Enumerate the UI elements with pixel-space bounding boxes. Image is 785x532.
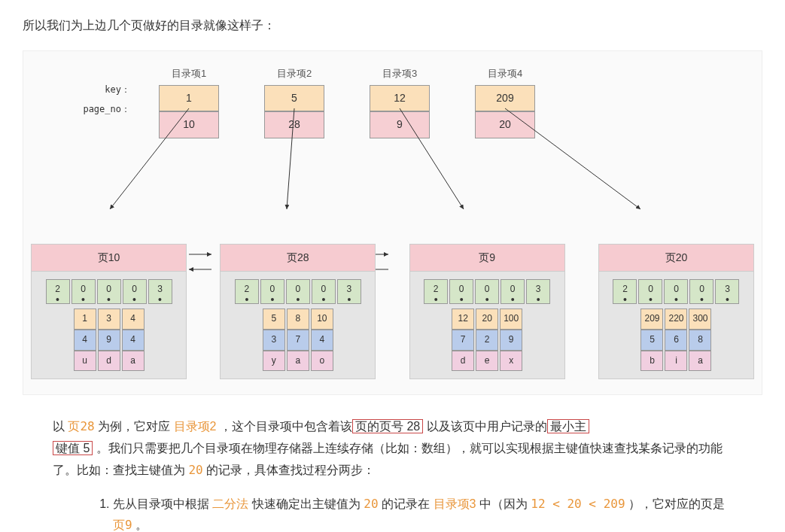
record-cell: 5 [640,330,663,351]
pages-row: 页102•0•0•0•3•14u39d44a页282•0•0•0•3•53y87… [31,244,754,380]
explanation: 以 页28 为例，它对应 目录项2 ，这个目录项中包含着该页的页号 28 以及该… [23,416,762,532]
directory-item-1: 目录项1 1 10 [159,65,219,138]
record-table: 14u39d44a [32,309,186,371]
dot-icon: • [47,297,69,302]
label-key: key： [73,80,130,99]
record-table: 127d202e1009x [410,309,564,371]
dot-icon: • [450,297,473,302]
slot-cell: 3• [148,279,172,305]
record-col: 3008a [689,309,711,371]
boxed-minkey-b: 键值 5 [53,441,93,455]
record-cell: 4 [122,309,145,330]
slot-cell: 0• [123,279,147,305]
record-cell: 5 [263,309,285,330]
directory-item-title: 目录项1 [159,65,219,82]
record-cell: 3 [98,309,120,330]
record-col: 87a [287,309,309,371]
directory-item-page: 28 [264,111,324,138]
record-col: 104o [311,309,333,371]
dot-icon: • [639,297,662,302]
hl-expr: 12 < 20 < 209 [531,497,625,511]
record-cell: b [640,351,663,372]
slot-row: 2•0•0•0•3• [221,272,375,309]
dot-icon: • [716,297,738,302]
dot-icon: • [236,297,258,302]
record-cell: 6 [665,330,687,351]
record-cell: 20 [476,309,498,330]
dot-icon: • [690,297,713,302]
data-page: 页102•0•0•0•3•14u39d44a [31,244,187,380]
record-col: 53y [263,309,285,371]
record-table: 53y87a104o [221,309,375,371]
page-title: 页10 [32,245,186,272]
slot-cell: 2• [46,279,70,305]
slot-cell: 0• [638,279,662,305]
slot-cell: 0• [260,279,284,305]
dot-icon: • [476,297,498,302]
slot-cell: 3• [337,279,361,305]
record-col: 44a [122,309,145,371]
step-1: 先从目录项中根据 二分法 快速确定出主键值为 20 的记录在 目录项3 中（因为… [113,494,732,532]
directory-item-key: 5 [264,85,324,111]
directory-item-title: 目录项3 [370,65,430,82]
directory-item-4: 目录项4 209 20 [475,65,535,138]
hl-20: 20 [188,463,202,477]
slot-cell: 2• [235,279,259,305]
hl-idx3: 目录项3 [434,497,476,510]
record-cell: 4 [74,330,96,351]
record-cell: 12 [452,309,474,330]
slot-cell: 0• [475,279,499,305]
directory-row: key： page_no： 目录项1 1 10 目录项2 5 28 目录项3 1… [136,65,754,138]
para-1: 以 页28 为例，它对应 目录项2 ，这个目录项中包含着该页的页号 28 以及该… [53,416,732,481]
page-title: 页9 [410,245,564,272]
slot-row: 2•0•0•0•3• [410,272,564,309]
record-col: 202e [476,309,498,371]
slot-row: 2•0•0•0•3• [599,272,753,309]
record-cell: x [500,351,522,372]
record-col: 14u [74,309,96,371]
directory-item-page: 20 [475,111,535,138]
record-cell: i [665,351,687,372]
record-col: 1009x [500,309,522,371]
record-cell: a [689,351,711,372]
slot-cell: 0• [664,279,688,305]
record-col: 2095b [640,309,663,371]
slot-cell: 2• [424,279,448,305]
directory-item-key: 209 [475,85,535,111]
record-cell: 7 [287,330,309,351]
slot-cell: 2• [613,279,637,305]
directory-item-key: 12 [370,85,430,111]
slot-cell: 0• [449,279,473,305]
record-cell: 4 [122,330,145,351]
dot-icon: • [665,297,687,302]
record-cell: 1 [74,309,96,330]
boxed-minkey-a: 最小主 [547,419,589,433]
label-pageno: page_no： [73,99,130,119]
slot-cell: 0• [72,279,96,305]
dot-icon: • [613,297,636,302]
dot-icon: • [527,297,549,302]
record-col: 127d [452,309,474,371]
slot-cell: 0• [97,279,121,305]
directory-item-2: 目录项2 5 28 [264,65,324,138]
record-cell: 220 [665,309,687,330]
page-title: 页20 [599,245,753,272]
record-cell: 9 [500,330,522,351]
record-cell: 3 [263,330,285,351]
row-labels: key： page_no： [73,80,130,119]
record-cell: 209 [640,309,663,330]
data-page: 页282•0•0•0•3•53y87a104o [220,244,376,380]
record-cell: 100 [500,309,522,330]
dot-icon: • [312,297,335,302]
dot-icon: • [72,297,95,302]
record-cell: 7 [452,330,474,351]
record-cell: 10 [311,309,333,330]
hl-idx2: 目录项2 [174,420,217,433]
record-col: 2206i [665,309,687,371]
record-cell: a [122,351,145,372]
record-cell: e [476,351,498,372]
data-page: 页92•0•0•0•3•127d202e1009x [409,244,565,380]
directory-item-title: 目录项4 [475,65,535,82]
boxed-pageno: 页的页号 28 [352,419,423,433]
hl-page28: 页28 [68,419,94,433]
